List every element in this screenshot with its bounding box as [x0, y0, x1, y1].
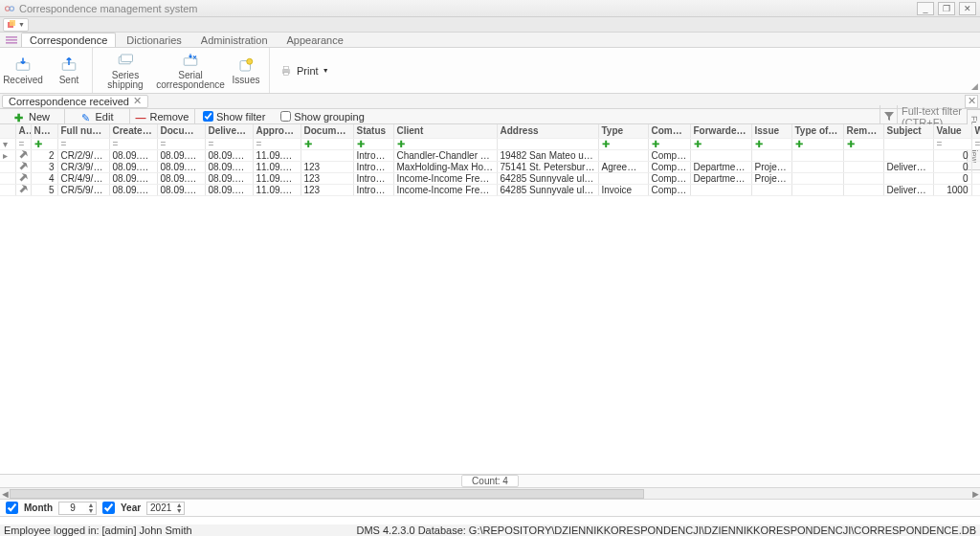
- issues-button[interactable]: Issues: [223, 48, 269, 93]
- maximize-button[interactable]: ❐: [938, 2, 955, 15]
- col-company[interactable]: Company: [648, 124, 690, 138]
- col-dn[interactable]: Document number: [301, 124, 353, 138]
- col-val[interactable]: Value: [933, 124, 971, 138]
- plus-icon: ✚: [14, 112, 24, 122]
- series-shipping-button[interactable]: Series shipping: [93, 48, 158, 93]
- ribbon-tab-correspondence[interactable]: Correspondence: [21, 33, 116, 47]
- ribbon-tab-dictionaries[interactable]: Dictionaries: [118, 33, 189, 47]
- ribbon-tab-administration[interactable]: Administration: [192, 33, 277, 47]
- new-button[interactable]: ✚New: [0, 109, 65, 123]
- col-addr[interactable]: Address: [497, 124, 598, 138]
- table-row[interactable]: 3CR/3/9/202108.09.202108.09.202108.09.20…: [0, 161, 980, 172]
- svg-rect-10: [122, 55, 133, 62]
- col-doc[interactable]: Document ..: [157, 124, 205, 138]
- chevron-down-icon: ▼: [323, 67, 329, 74]
- scroll-thumb[interactable]: [10, 489, 644, 499]
- row-edit-icon[interactable]: [17, 172, 30, 183]
- document-tab-received[interactable]: Correspondence received ✕: [2, 95, 148, 108]
- show-filter-label: Show filter: [216, 111, 265, 123]
- sent-label: Sent: [59, 76, 79, 85]
- status-login-label: Employee logged in:: [4, 525, 100, 536]
- row-edit-icon[interactable]: [17, 149, 30, 160]
- document-tab-close-icon[interactable]: ✕: [133, 95, 142, 107]
- app-icon: [4, 3, 15, 14]
- received-button[interactable]: Received: [0, 48, 46, 93]
- col-full[interactable]: Full number: [57, 124, 109, 138]
- print-dropdown[interactable]: Print ▼: [270, 48, 339, 93]
- sent-button[interactable]: Sent: [46, 48, 92, 93]
- col-subj[interactable]: Subject: [883, 124, 933, 138]
- table-row[interactable]: 5CR/5/9/202108.09.202108.09.202108.09.20…: [0, 184, 980, 195]
- grid-count-bar: Count: 4: [0, 475, 980, 488]
- scroll-left-icon[interactable]: ◄: [0, 488, 10, 500]
- col-status[interactable]: Status: [353, 124, 393, 138]
- show-grouping-label: Show grouping: [294, 111, 364, 123]
- grid-header-row: At.. Num.. Full number Create date Docum…: [0, 124, 980, 138]
- row-edit-icon[interactable]: [17, 161, 30, 171]
- month-label: Month: [24, 502, 53, 513]
- month-stepper[interactable]: ▲▼: [58, 502, 97, 515]
- horizontal-scrollbar[interactable]: ◄ ►: [0, 488, 980, 500]
- status-bar: Employee logged in: [admin] John Smith D…: [0, 525, 980, 536]
- document-tab-label: Correspondence received: [9, 96, 129, 107]
- remove-button[interactable]: —Remove: [130, 109, 195, 123]
- print-label: Print: [297, 65, 319, 77]
- ribbon-tab-appearance[interactable]: Appearance: [278, 33, 352, 47]
- col-appr[interactable]: Approval d..: [253, 124, 301, 138]
- col-rem[interactable]: Remarks: [843, 124, 883, 138]
- quick-access-bar: ▼: [0, 17, 980, 33]
- col-fwd[interactable]: Forwarded to: [690, 124, 751, 138]
- table-row[interactable]: 4CR/4/9/202108.09.202108.09.202108.09.20…: [0, 172, 980, 184]
- table-row[interactable]: ▸2CR/2/9/202108.09.202108.09.202108.09.2…: [0, 149, 980, 161]
- svg-point-13: [247, 58, 253, 64]
- serial-label: Serial correspondence: [156, 71, 225, 90]
- svg-rect-16: [284, 72, 289, 75]
- grid-toolbar: ✚New ✎Edit —Remove Show filter Show grou…: [0, 109, 980, 124]
- col-attach[interactable]: At..: [15, 124, 31, 138]
- bottom-filter-bar: Month ▲▼ Year ▲▼: [0, 500, 980, 517]
- grid-count: Count: 4: [461, 475, 519, 487]
- ribbon-tabs: Correspondence Dictionaries Administrati…: [0, 33, 980, 48]
- show-grouping-checkbox[interactable]: Show grouping: [273, 111, 371, 123]
- year-stepper[interactable]: ▲▼: [146, 502, 185, 515]
- svg-rect-15: [284, 66, 289, 69]
- close-button[interactable]: ✕: [959, 2, 976, 15]
- col-create[interactable]: Create date: [109, 124, 157, 138]
- title-bar: Correspondence management system _ ❐ ✕: [0, 0, 980, 17]
- year-enable-checkbox[interactable]: [102, 502, 115, 514]
- month-enable-checkbox[interactable]: [6, 502, 18, 514]
- ribbon-menu-icon[interactable]: [4, 33, 19, 47]
- col-num[interactable]: Num..: [31, 124, 57, 138]
- received-label: Received: [3, 76, 43, 85]
- status-login-user: [admin] John Smith: [101, 525, 191, 536]
- col-issue[interactable]: Issue: [751, 124, 791, 138]
- col-type[interactable]: Type: [598, 124, 648, 138]
- minimize-button[interactable]: _: [917, 2, 934, 15]
- svg-rect-7: [16, 62, 30, 70]
- col-deliv[interactable]: Delivery d..: [205, 124, 253, 138]
- edit-label: Edit: [96, 111, 114, 123]
- new-label: New: [29, 111, 50, 123]
- ribbon-expand-icon[interactable]: ◢: [971, 81, 978, 91]
- show-filter-checkbox[interactable]: Show filter: [195, 111, 273, 123]
- svg-rect-11: [184, 57, 197, 65]
- grid: At.. Num.. Full number Create date Docum…: [0, 124, 980, 475]
- scroll-right-icon[interactable]: ►: [970, 488, 980, 500]
- pencil-icon: ✎: [81, 112, 91, 122]
- svg-rect-4: [6, 36, 17, 38]
- issues-label: Issues: [233, 76, 260, 85]
- row-edit-icon[interactable]: [17, 184, 30, 194]
- svg-rect-5: [6, 39, 17, 41]
- col-tod[interactable]: Type of delivery: [791, 124, 843, 138]
- remove-label: Remove: [150, 111, 189, 123]
- quick-access-dropdown[interactable]: ▼: [3, 18, 29, 32]
- grid-filter-row[interactable]: ▾ = ✚ == == = ✚ ✚ ✚ ✚ ✚ ✚ ✚ ✚: [0, 138, 980, 149]
- serial-correspondence-button[interactable]: Serial correspondence: [158, 48, 223, 93]
- svg-point-0: [6, 6, 11, 11]
- series-label: Series shipping: [94, 71, 157, 90]
- col-wt[interactable]: Weight: [971, 124, 980, 138]
- status-db-info: DMS 4.2.3.0 Database: G:\REPOSITORY\DZIE…: [356, 525, 976, 536]
- edit-button[interactable]: ✎Edit: [65, 109, 130, 123]
- svg-rect-6: [6, 42, 17, 44]
- col-client[interactable]: Client: [393, 124, 497, 138]
